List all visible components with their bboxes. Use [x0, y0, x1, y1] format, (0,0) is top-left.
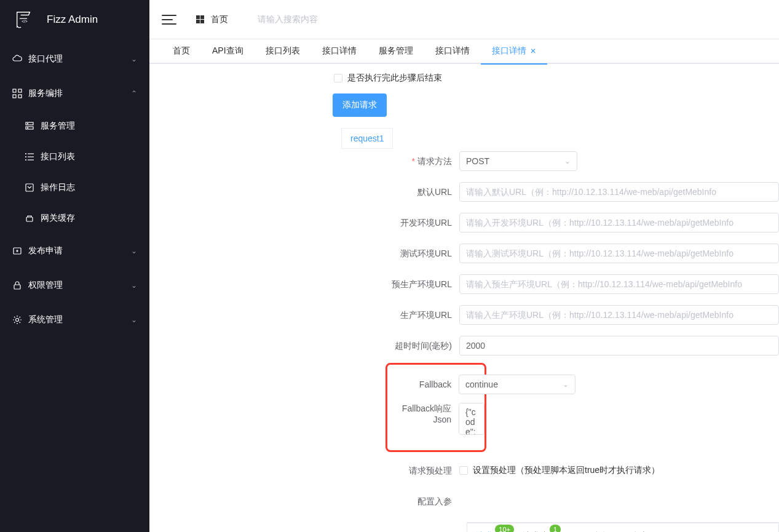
submenu-label: 服务管理 — [41, 121, 75, 132]
dev-url-input[interactable] — [459, 213, 779, 232]
tab-api-detail-2[interactable]: 接口详情 — [424, 39, 481, 63]
topbar: 首页 请输入搜索内容 — [149, 0, 779, 39]
menu-permission[interactable]: 权限管理 ⌄ — [0, 268, 149, 303]
menu-publish[interactable]: 发布申请 ⌄ — [0, 234, 149, 268]
chevron-down-icon: ⌄ — [131, 281, 137, 290]
breadcrumb-label: 首页 — [211, 14, 228, 25]
preprocess-checkbox[interactable] — [459, 466, 468, 475]
menu-toggle-button[interactable] — [162, 11, 179, 28]
gear-icon — [12, 315, 22, 325]
menu-system[interactable]: 系统管理 ⌄ — [0, 303, 149, 337]
svg-rect-16 — [26, 217, 33, 221]
svg-rect-1 — [13, 89, 16, 92]
svg-rect-18 — [14, 285, 20, 289]
svg-rect-4 — [18, 95, 22, 98]
svg-point-8 — [28, 128, 28, 129]
sidebar: </> Fizz Admin 接口代理 ⌄ 服务编排 ⌃ 服务管理 接口列表 — [0, 0, 149, 532]
menu-label: 权限管理 — [28, 280, 131, 291]
method-select[interactable]: POST ⌄ — [459, 151, 577, 171]
logo-row: </> Fizz Admin — [0, 0, 149, 39]
submenu-api-list[interactable]: 接口列表 — [0, 141, 149, 172]
default-url-input[interactable] — [459, 182, 779, 202]
page-tabs: 首页 API查询 接口列表 接口详情 服务管理 接口详情 接口详情✕ — [149, 39, 779, 64]
logo-icon: </> — [15, 10, 32, 30]
svg-point-12 — [26, 154, 26, 154]
add-request-button[interactable]: 添加请求 — [333, 93, 387, 117]
tab-service-mgmt[interactable]: 服务管理 — [368, 39, 424, 63]
prod-url-input[interactable] — [459, 305, 779, 325]
method-label: 请求方法 — [149, 151, 459, 171]
breadcrumb-home[interactable]: 首页 — [196, 14, 228, 25]
svg-rect-5 — [26, 122, 33, 125]
end-after-step-row: 是否执行完此步骤后结束 — [149, 73, 779, 84]
cloud-icon — [12, 54, 22, 64]
svg-text:</>: </> — [22, 19, 28, 23]
preprocess-label: 请求预处理 — [149, 461, 459, 480]
chevron-down-icon: ⌄ — [131, 316, 137, 324]
svg-point-13 — [26, 157, 26, 157]
preprocess-check-label: 设置预处理（预处理脚本返回true时才执行请求） — [473, 465, 660, 476]
tab-api-detail-1[interactable]: 接口详情 — [311, 39, 368, 63]
search-placeholder[interactable]: 请输入搜索内容 — [258, 14, 318, 25]
submenu-service-mgmt[interactable]: 服务管理 — [0, 111, 149, 141]
grid-icon — [12, 89, 22, 98]
fallback-highlight-box: Fallback continue ⌄ Fallback响应Json — [386, 363, 486, 452]
form-content: 是否执行完此步骤后结束 添加请求 request1 请求方法 POST ⌄ 默认… — [149, 64, 779, 532]
test-url-label: 测试环境URL — [149, 244, 459, 263]
test-url-input[interactable] — [459, 244, 779, 263]
menu-api-proxy[interactable]: 接口代理 ⌄ — [0, 42, 149, 76]
menu-label: 服务编排 — [28, 88, 131, 99]
sidebar-menu: 接口代理 ⌄ 服务编排 ⌃ 服务管理 接口列表 操作日志 — [0, 39, 149, 337]
close-icon[interactable]: ✕ — [530, 47, 536, 55]
publish-icon — [12, 246, 22, 256]
tab-home[interactable]: 首页 — [162, 39, 201, 63]
chevron-up-icon: ⌃ — [131, 89, 137, 98]
badge: 1 — [550, 525, 561, 532]
pre-url-input[interactable] — [459, 274, 779, 294]
chevron-down-icon: ⌄ — [131, 247, 137, 255]
badge: 10+ — [495, 525, 514, 532]
lock-icon — [12, 280, 22, 290]
svg-point-7 — [28, 124, 28, 124]
svg-point-14 — [26, 160, 26, 161]
timeout-label: 超时时间(毫秒) — [149, 336, 459, 355]
fallback-value: continue — [465, 375, 498, 394]
pre-url-label: 预生产环境URL — [149, 274, 459, 294]
end-after-step-label: 是否执行完此步骤后结束 — [347, 73, 442, 84]
svg-point-19 — [16, 319, 19, 322]
fallback-label: Fallback — [387, 375, 459, 394]
svg-rect-3 — [13, 95, 16, 98]
chevron-down-icon: ⌄ — [564, 152, 571, 170]
method-value: POST — [466, 152, 489, 170]
tab-api-query[interactable]: API查询 — [201, 39, 255, 63]
submenu-label: 接口列表 — [41, 151, 75, 162]
submenu-label: 操作日志 — [41, 182, 75, 193]
menu-service-orch[interactable]: 服务编排 ⌃ — [0, 76, 149, 111]
tab-api-detail-active[interactable]: 接口详情✕ — [481, 39, 547, 63]
svg-rect-2 — [18, 89, 22, 92]
svg-rect-6 — [26, 127, 33, 129]
menu-label: 发布申请 — [28, 245, 131, 256]
cache-icon — [25, 213, 34, 223]
list-icon — [25, 152, 34, 162]
timeout-input[interactable] — [459, 336, 779, 355]
chevron-down-icon: ⌄ — [563, 375, 569, 394]
chevron-down-icon: ⌄ — [131, 55, 137, 63]
submenu-gateway-cache[interactable]: 网关缓存 — [0, 203, 149, 234]
prod-url-label: 生产环境URL — [149, 305, 459, 325]
server-icon — [25, 121, 34, 131]
dev-url-label: 开发环境URL — [149, 213, 459, 232]
request-item-tab[interactable]: request1 — [341, 128, 393, 149]
main: 首页 请输入搜索内容 首页 API查询 接口列表 接口详情 服务管理 接口详情 … — [149, 0, 779, 532]
fallback-json-textarea[interactable] — [459, 403, 484, 435]
menu-label: 接口代理 — [28, 54, 131, 65]
fallback-select[interactable]: continue ⌄ — [459, 375, 575, 394]
submenu-label: 网关缓存 — [41, 213, 75, 224]
default-url-label: 默认URL — [149, 182, 459, 202]
config-label: 配置入参 — [149, 491, 459, 511]
submenu-operation-log[interactable]: 操作日志 — [0, 172, 149, 203]
end-after-step-checkbox[interactable] — [334, 74, 342, 82]
tab-api-list[interactable]: 接口列表 — [255, 39, 311, 63]
svg-rect-15 — [26, 184, 33, 191]
log-icon — [25, 183, 34, 193]
